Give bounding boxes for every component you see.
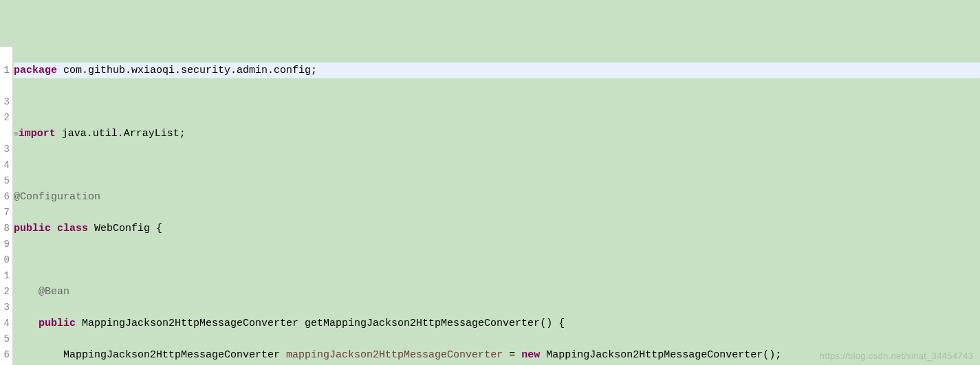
line-number: 7	[4, 207, 10, 218]
line-number: 2	[4, 112, 10, 123]
fold-icon[interactable]: ⊕	[14, 130, 19, 138]
code-line: @Bean	[14, 284, 980, 300]
line-number: 3	[4, 96, 10, 107]
code-text: MappingJackson2HttpMessageConverter	[14, 349, 286, 361]
keyword: new	[521, 349, 540, 361]
code-text: MappingJackson2HttpMessageConverter getM…	[76, 318, 565, 329]
line-number: 9	[4, 239, 10, 250]
code-text: WebConfig {	[88, 223, 162, 234]
line-number: 1	[4, 270, 10, 281]
code-line: @Configuration	[14, 189, 980, 205]
code-line	[14, 252, 980, 268]
code-line	[14, 157, 980, 173]
code-line: ⊕import java.util.ArrayList;	[14, 126, 980, 142]
line-number: 5	[4, 175, 10, 186]
line-number: 8	[4, 223, 10, 234]
code-line: public MappingJackson2HttpMessageConvert…	[14, 316, 980, 331]
code-text: MappingJackson2HttpMessageConverter();	[540, 349, 781, 361]
code-text: java.util.ArrayList;	[56, 128, 186, 140]
code-line: public class WebConfig {	[14, 221, 980, 236]
watermark-text: https://blog.csdn.net/sinat_34454743	[820, 351, 973, 361]
line-number: 6	[4, 191, 10, 202]
line-number: 4	[4, 159, 10, 170]
code-area[interactable]: package com.github.wxiaoqi.security.admi…	[12, 47, 980, 365]
code-text: =	[503, 349, 521, 361]
keyword: public	[14, 223, 51, 234]
code-text: com.github.wxiaoqi.security.admin.config…	[57, 65, 317, 76]
line-number: 6	[4, 349, 10, 360]
line-number: 0	[4, 254, 10, 265]
code-line: package com.github.wxiaoqi.security.admi…	[14, 63, 980, 78]
line-number: 5	[4, 333, 10, 344]
line-number: 3	[4, 144, 10, 155]
code-line	[14, 94, 980, 110]
line-number: 2	[4, 286, 10, 297]
keyword: import	[19, 128, 56, 140]
keyword: class	[51, 223, 88, 234]
variable: mappingJackson2HttpMessageConverter	[286, 349, 503, 361]
annotation: @Bean	[14, 286, 69, 298]
annotation: @Configuration	[14, 191, 100, 203]
keyword: public	[14, 318, 76, 329]
keyword: package	[14, 65, 57, 76]
code-editor: 1 3 2 3 4 5 6 7 8 9 0 1 2 3 4 5 6 7 8 9 …	[0, 47, 980, 365]
line-number: 4	[4, 318, 10, 329]
line-number-gutter: 1 3 2 3 4 5 6 7 8 9 0 1 2 3 4 5 6 7 8 9 …	[0, 47, 12, 365]
line-number: 3	[4, 302, 10, 313]
line-number: 1	[4, 65, 10, 76]
